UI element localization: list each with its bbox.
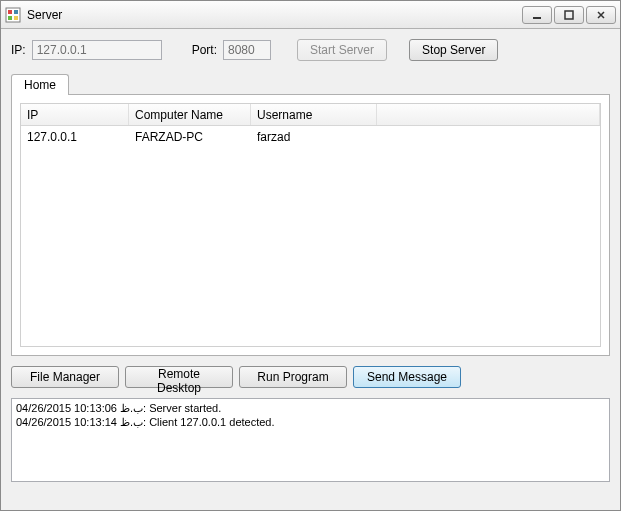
window-title: Server — [27, 8, 522, 22]
cell-user: farzad — [251, 130, 377, 144]
ip-input — [32, 40, 162, 60]
run-program-button[interactable]: Run Program — [239, 366, 347, 388]
col-spacer — [377, 104, 600, 125]
client-area: IP: Port: Start Server Stop Server Home … — [1, 29, 620, 482]
cell-computer: FARZAD-PC — [129, 130, 251, 144]
titlebar[interactable]: Server — [1, 1, 620, 29]
minimize-button[interactable] — [522, 6, 552, 24]
remote-desktop-button[interactable]: Remote Desktop — [125, 366, 233, 388]
col-username[interactable]: Username — [251, 104, 377, 125]
tab-home[interactable]: Home — [11, 74, 69, 95]
svg-rect-4 — [14, 16, 18, 20]
window-controls — [522, 6, 616, 24]
svg-rect-1 — [8, 10, 12, 14]
cell-ip: 127.0.0.1 — [21, 130, 129, 144]
stop-server-button[interactable]: Stop Server — [409, 39, 498, 61]
start-server-button: Start Server — [297, 39, 387, 61]
svg-rect-6 — [565, 11, 573, 19]
maximize-button[interactable] — [554, 6, 584, 24]
file-manager-button[interactable]: File Manager — [11, 366, 119, 388]
send-message-button[interactable]: Send Message — [353, 366, 461, 388]
action-row: File Manager Remote Desktop Run Program … — [11, 366, 610, 388]
close-button[interactable] — [586, 6, 616, 24]
app-icon — [5, 7, 21, 23]
log-textbox[interactable]: 04/26/2015 10:13:06 ب.ظ: Server started.… — [11, 398, 610, 482]
port-input — [223, 40, 271, 60]
col-computer-name[interactable]: Computer Name — [129, 104, 251, 125]
main-window: Server IP: Port: Start Server Stop Serve… — [0, 0, 621, 511]
port-label: Port: — [192, 43, 217, 57]
clients-listview[interactable]: IP Computer Name Username 127.0.0.1 FARZ… — [20, 103, 601, 347]
svg-rect-3 — [8, 16, 12, 20]
tabstrip: Home — [11, 73, 610, 94]
listview-header: IP Computer Name Username — [21, 104, 600, 126]
table-row[interactable]: 127.0.0.1 FARZAD-PC farzad — [21, 126, 600, 148]
log-line: 04/26/2015 10:13:06 ب.ظ: Server started. — [16, 402, 221, 414]
connection-row: IP: Port: Start Server Stop Server — [11, 39, 610, 61]
ip-label: IP: — [11, 43, 26, 57]
log-line: 04/26/2015 10:13:14 ب.ظ: Client 127.0.0.… — [16, 416, 275, 428]
svg-rect-5 — [533, 17, 541, 19]
col-ip[interactable]: IP — [21, 104, 129, 125]
svg-rect-2 — [14, 10, 18, 14]
tab-page-home: IP Computer Name Username 127.0.0.1 FARZ… — [11, 94, 610, 356]
